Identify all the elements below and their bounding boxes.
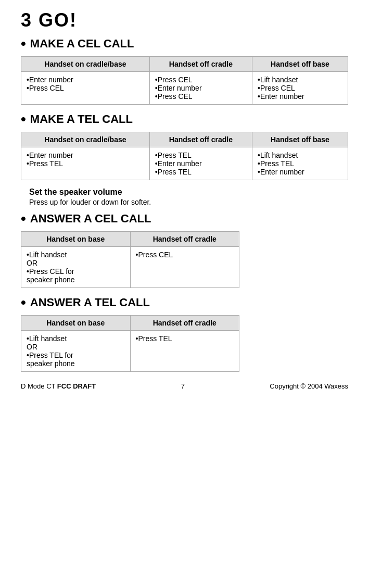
page-title: 3 GO!	[21, 9, 348, 31]
answer-tel-cell-0-0: •Lift handset OR •Press TEL for speaker …	[21, 331, 131, 372]
answer-cel-cell-0-1: •Press CEL	[130, 247, 239, 288]
answer-cel-table: Handset on base Handset off cradle •Lift…	[21, 231, 239, 288]
table-row: •Enter number •Press TEL •Press TEL •Ent…	[21, 147, 348, 180]
speaker-volume-section: Set the speaker volume Press up for loud…	[21, 187, 348, 206]
make-cel-col-1: Handset off cradle	[149, 57, 252, 72]
footer-left: D Mode CT FCC DRAFT	[21, 382, 96, 390]
speaker-volume-title: Set the speaker volume	[29, 187, 348, 197]
make-tel-table: Handset on cradle/base Handset off cradl…	[21, 132, 348, 180]
make-cel-cell-0-2: •Lift handset •Press CEL •Enter number	[252, 72, 348, 105]
footer-copyright: Copyright © 2004 Waxess	[270, 382, 348, 390]
section-answer-cel-title: ANSWER A CEL CALL	[30, 212, 151, 226]
table-row: •Lift handset OR •Press TEL for speaker …	[21, 331, 239, 372]
section-answer-cel-call: • ANSWER A CEL CALL	[21, 211, 348, 226]
section-make-cel-call: • MAKE A CEL CALL	[21, 36, 348, 51]
answer-cel-col-1: Handset off cradle	[130, 232, 239, 247]
make-cel-col-2: Handset off base	[252, 57, 348, 72]
bullet-dot-4: •	[21, 295, 26, 310]
make-cel-cell-0-1: •Press CEL •Enter number •Press CEL	[149, 72, 252, 105]
answer-cel-col-0: Handset on base	[21, 232, 131, 247]
make-tel-cell-0-0: •Enter number •Press TEL	[21, 147, 150, 180]
answer-tel-cell-0-1: •Press TEL	[130, 331, 239, 372]
section-make-tel-title: MAKE A TEL CALL	[30, 112, 133, 126]
section-make-cel-title: MAKE A CEL CALL	[30, 37, 134, 51]
make-tel-col-0: Handset on cradle/base	[21, 132, 150, 147]
answer-cel-cell-0-0: •Lift handset OR •Press CEL for speaker …	[21, 247, 131, 288]
bullet-dot-2: •	[21, 112, 26, 127]
make-tel-cell-0-2: •Lift handset •Press TEL •Enter number	[252, 147, 348, 180]
section-make-tel-call: • MAKE A TEL CALL	[21, 112, 348, 127]
footer-page-number: 7	[181, 382, 185, 390]
answer-tel-col-1: Handset off cradle	[130, 316, 239, 331]
answer-tel-table: Handset on base Handset off cradle •Lift…	[21, 315, 239, 372]
answer-tel-col-0: Handset on base	[21, 316, 131, 331]
make-tel-cell-0-1: •Press TEL •Enter number •Press TEL	[149, 147, 252, 180]
make-tel-col-2: Handset off base	[252, 132, 348, 147]
table-row: •Lift handset OR •Press CEL for speaker …	[21, 247, 239, 288]
speaker-volume-subtitle: Press up for louder or down for softer.	[29, 198, 348, 206]
section-answer-tel-call: • ANSWER A TEL CALL	[21, 295, 348, 310]
bullet-dot-1: •	[21, 36, 26, 51]
make-tel-col-1: Handset off cradle	[149, 132, 252, 147]
footer: D Mode CT FCC DRAFT 7 Copyright © 2004 W…	[21, 382, 348, 390]
bullet-dot-3: •	[21, 211, 26, 226]
make-cel-col-0: Handset on cradle/base	[21, 57, 150, 72]
make-cel-table: Handset on cradle/base Handset off cradl…	[21, 56, 348, 105]
table-row: •Enter number •Press CEL •Press CEL •Ent…	[21, 72, 348, 105]
make-cel-cell-0-0: •Enter number •Press CEL	[21, 72, 150, 105]
section-answer-tel-title: ANSWER A TEL CALL	[30, 296, 150, 309]
